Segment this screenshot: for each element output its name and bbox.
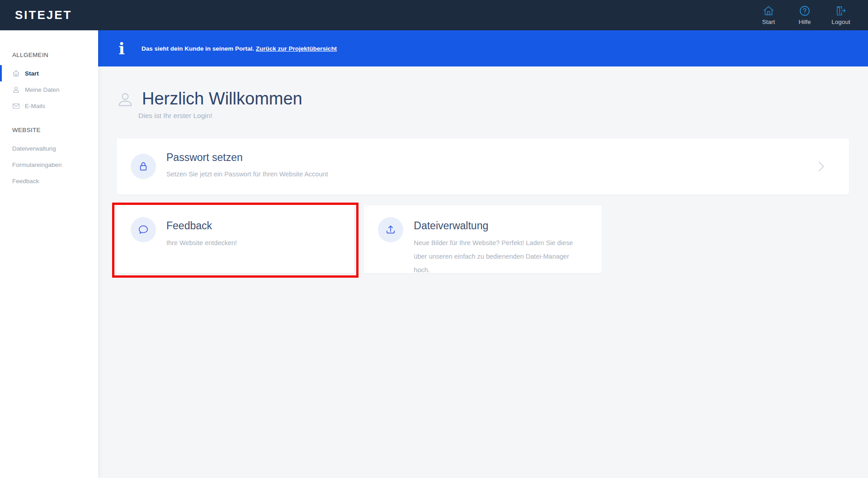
card-feedback[interactable]: Feedback Ihre Website entdecken! <box>117 205 354 273</box>
help-icon <box>799 5 811 17</box>
back-to-project-overview-link[interactable]: Zurück zur Projektübersicht <box>256 45 337 52</box>
icon-circle <box>131 217 156 242</box>
user-icon <box>12 86 20 94</box>
sidebar-section-allgemein: ALLGEMEIN <box>0 52 98 58</box>
page-title: Herzlich Willkommen <box>142 89 302 108</box>
home-icon <box>763 5 774 17</box>
card-description: Ihre Website entdecken! <box>166 236 237 250</box>
sidebar-item-dateiverwaltung[interactable]: Dateiverwaltung <box>0 140 98 156</box>
sidebar: ALLGEMEIN Start Meine Daten <box>0 30 98 478</box>
topnav-item-logout[interactable]: Logout <box>831 5 851 25</box>
mail-icon <box>12 102 20 110</box>
icon-circle <box>131 154 156 179</box>
sidebar-item-label: E-Mails <box>25 103 45 109</box>
sidebar-item-feedback[interactable]: Feedback <box>0 173 98 189</box>
sidebar-items-website: Dateiverwaltung Formulareingaben Feedbac… <box>0 140 98 189</box>
topnav-item-label: Hilfe <box>798 19 811 25</box>
top-navbar: SITEJET Start Hilfe <box>0 0 868 30</box>
welcome-header: Herzlich Willkommen <box>117 89 849 109</box>
sidebar-item-formulareingaben[interactable]: Formulareingaben <box>0 156 98 173</box>
topnav-item-label: Logout <box>831 19 850 25</box>
welcome-subtitle: Dies ist Ihr erster Login! <box>138 112 849 120</box>
home-icon <box>12 70 20 77</box>
sidebar-item-label: Dateiverwaltung <box>12 145 56 152</box>
card-description: Setzen Sie jetzt ein Passwort für Ihren … <box>166 167 328 181</box>
sidebar-item-meine-daten[interactable]: Meine Daten <box>0 81 98 98</box>
card-description: Neue Bilder für Ihre Website? Perfekt! L… <box>414 236 581 277</box>
sidebar-item-label: Start <box>25 70 39 77</box>
sidebar-section-website: WEBSITE <box>0 127 98 133</box>
card-title: Feedback <box>166 220 212 232</box>
topnav-item-hilfe[interactable]: Hilfe <box>795 5 815 25</box>
sidebar-items-allgemein: Start Meine Daten E-Mails <box>0 65 98 114</box>
grid-spacer <box>612 205 849 273</box>
main-content: Herzlich Willkommen Dies ist Ihr erster … <box>98 66 868 478</box>
logout-icon <box>835 5 847 17</box>
info-banner: i Das sieht dein Kunde in seinem Portal.… <box>98 30 868 66</box>
card-dateiverwaltung[interactable]: Dateiverwaltung Neue Bilder für Ihre Web… <box>364 205 601 273</box>
card-title: Dateiverwaltung <box>414 220 488 232</box>
sidebar-item-label: Meine Daten <box>25 86 60 93</box>
cards-grid: Feedback Ihre Website entdecken! Dateive… <box>117 205 849 273</box>
chevron-right-icon <box>814 160 828 173</box>
upload-icon <box>385 224 396 236</box>
user-icon <box>117 91 134 109</box>
topnav-item-label: Start <box>762 19 775 25</box>
info-icon: i <box>117 40 127 57</box>
sidebar-item-emails[interactable]: E-Mails <box>0 98 98 114</box>
banner-text: Das sieht dein Kunde in seinem Portal. Z… <box>142 45 337 52</box>
topnav-item-start[interactable]: Start <box>759 5 778 25</box>
icon-circle <box>378 217 403 242</box>
sidebar-item-label: Feedback <box>12 178 39 185</box>
sitejet-logo[interactable]: SITEJET <box>15 8 72 22</box>
card-passwort-setzen[interactable]: Passwort setzen Setzen Sie jetzt ein Pas… <box>117 138 849 194</box>
lock-icon <box>137 161 149 172</box>
chat-icon <box>137 224 149 236</box>
sidebar-item-start[interactable]: Start <box>0 65 98 81</box>
sidebar-item-label: Formulareingaben <box>12 161 62 168</box>
topnav-items: Start Hilfe Logout <box>759 5 851 25</box>
banner-message: Das sieht dein Kunde in seinem Portal. <box>142 45 254 52</box>
card-title: Passwort setzen <box>166 151 243 164</box>
